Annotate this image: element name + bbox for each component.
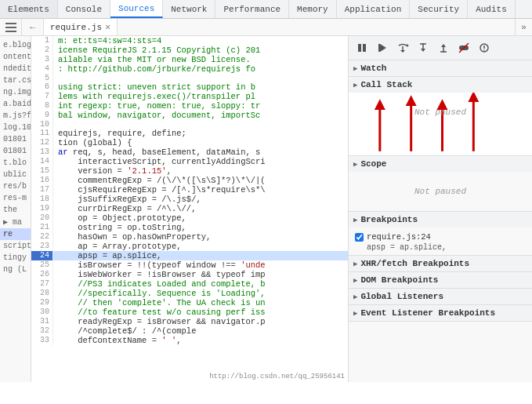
tab-sources[interactable]: Sources [110,0,163,18]
callstack-section: ▶ Call Stack [349,77,532,156]
sidebar-file-15[interactable]: the [0,204,31,216]
scope-header[interactable]: ▶ Scope [349,156,532,172]
code-line-2: 2icense RequireJS 2.1.15 Copyright (c) 2… [31,45,348,55]
file-tab-close[interactable]: ✕ [105,21,110,33]
event-header[interactable]: ▶ Event Listener Breakpoints [349,305,532,321]
sidebar-toggle[interactable] [0,19,22,35]
callstack-label: Call Stack [360,80,412,89]
back-icon[interactable]: ← [22,19,44,35]
tab-network[interactable]: Network [163,0,215,18]
bp-filename-1: require.js:24 [367,232,431,242]
deactivate-button[interactable] [455,39,472,56]
sidebar-file-18[interactable]: scripts [0,240,31,252]
code-line-10: 10 [31,120,348,129]
sidebar-file-5[interactable]: ng.img [0,86,31,98]
step-into-button[interactable] [414,39,432,56]
tab-console[interactable]: Console [58,0,110,18]
svg-point-19 [483,49,485,51]
code-line-11: 11equirejs, require, define; [31,129,348,138]
file-tab-name: require.js [50,23,102,32]
tab-performance[interactable]: Performance [215,0,289,18]
bp-checkbox-1[interactable] [355,233,364,242]
scope-section: ▶ Scope Not paused [349,156,532,212]
code-line-12: 12tion (global) { [31,138,348,147]
svg-rect-1 [5,27,16,28]
scope-arrow: ▶ [353,160,357,169]
sidebar-file-14[interactable]: res-m [0,192,31,204]
dom-label: DOM Breakpoints [360,275,438,285]
breakpoints-list: require.js:24 apsp = ap.splice, [349,227,532,255]
code-line-28: 28 //specifically. Sequence is 'Loading'… [31,289,348,298]
sidebar-file-4[interactable]: tar.cs [0,75,31,86]
more-tabs-button[interactable]: » [515,19,532,35]
step-out-button[interactable] [435,39,452,56]
svg-rect-2 [5,31,16,32]
sidebar-file-7[interactable]: m.js?f [0,110,31,122]
sidebar-file-10[interactable]: 01801 [0,145,31,157]
sidebar-file-6[interactable]: a.baid [0,98,31,110]
code-line-24: 24 apsp = ap.splice, [31,251,348,260]
svg-rect-0 [5,23,16,24]
watch-section: ▶ Watch [349,60,532,77]
resume-button[interactable] [374,39,391,56]
xhr-header[interactable]: ▶ XHR/fetch Breakpoints [349,256,532,271]
code-line-29: 29 // then 'complete'. The UA check is u… [31,298,348,308]
global-header[interactable]: ▶ Global Listeners [349,289,532,304]
code-line-4: 4: http://github.com/jrburke/requirejs f… [31,64,348,74]
sidebar-file-9[interactable]: 01801 [0,133,31,145]
pause-button[interactable] [353,39,371,56]
scope-label: Scope [360,159,386,169]
svg-rect-3 [358,44,361,52]
code-scroll[interactable]: 1m: et:ts=4:sw=4:sts=4 2icense RequireJS… [31,36,348,382]
sidebar-file-13[interactable]: res/b [0,180,31,192]
global-section: ▶ Global Listeners [349,289,532,305]
code-lines-container: 1m: et:ts=4:sw=4:sts=4 2icense RequireJS… [31,36,348,345]
sidebar-file-1[interactable]: e.blog. [0,39,31,51]
sidebar-file-20[interactable]: ng (L [0,264,31,275]
dom-header[interactable]: ▶ DOM Breakpoints [349,272,532,288]
sidebar-file-17[interactable]: re [0,228,31,240]
not-paused-scope: Not paused [349,172,532,211]
arrows-visual: Not paused [349,93,532,155]
code-editor: 1m: et:ts=4:sw=4:sts=4 2icense RequireJS… [31,36,348,382]
settings-button[interactable] [476,39,493,56]
main-area: e.blog. ontent. ndedit tar.cs ng.img a.b… [0,36,532,382]
code-line-17: 17 cjsRequireRegExp = /[^.]\s*require\s*… [31,185,348,195]
tab-audits[interactable]: Audits [468,0,516,18]
code-line-30: 30 //to feature test w/o causing perf is… [31,308,348,317]
watch-label: Watch [360,64,386,73]
right-panel: ▶ Watch ▶ Call Stack [348,36,532,382]
sidebar-file-3[interactable]: ndedit [0,63,31,75]
step-over-button[interactable] [394,39,411,56]
svg-marker-10 [421,49,425,52]
sidebar-file-12[interactable]: ublic [0,169,31,180]
tab-application[interactable]: Application [337,0,411,18]
callstack-header[interactable]: ▶ Call Stack [349,77,532,93]
code-line-21: 21 ostring = op.toString, [31,223,348,232]
file-sidebar: e.blog. ontent. ndedit tar.cs ng.img a.b… [0,36,31,382]
tab-elements[interactable]: Elements [0,0,58,18]
code-line-13: 13ar req, s, head, baseElement, dataMain… [31,147,348,157]
code-line-18: 18 jsSuffixRegExp = /\.js$/, [31,195,348,204]
code-line-22: 22 hasOwn = op.hasOwnProperty, [31,232,348,242]
watch-header[interactable]: ▶ Watch [349,60,532,76]
file-tab-bar: ← require.js ✕ » [0,19,532,36]
svg-marker-8 [400,50,405,53]
file-tab-requirejs[interactable]: require.js ✕ [44,19,118,35]
breakpoints-section: ▶ Breakpoints require.js:24 apsp = ap.sp… [349,212,532,256]
event-label: Event Listener Breakpoints [360,308,495,318]
sidebar-file-8[interactable]: log.10 [0,122,31,133]
sidebar-file-11[interactable]: t.blo [0,157,31,169]
code-line-31: 31 readyRegExp = isBrowser && navigator.… [31,317,348,326]
sidebar-file-2[interactable]: ontent. [0,51,31,63]
tab-security[interactable]: Security [410,0,468,18]
svg-marker-13 [441,44,446,47]
xhr-section: ▶ XHR/fetch Breakpoints [349,256,532,272]
tab-memory[interactable]: Memory [289,0,337,18]
code-line-6: 6using strict: uneven strict support in … [31,82,348,92]
sidebar-file-16[interactable]: ▶ ma [0,216,31,228]
code-line-33: 33 defContextName = ' ', [31,336,348,345]
code-line-16: 16 commentRegExp = /(\/\*([\s\S]*?)\*\/|… [31,176,348,185]
breakpoints-header[interactable]: ▶ Breakpoints [349,212,532,227]
sidebar-file-19[interactable]: tingy [0,252,31,264]
